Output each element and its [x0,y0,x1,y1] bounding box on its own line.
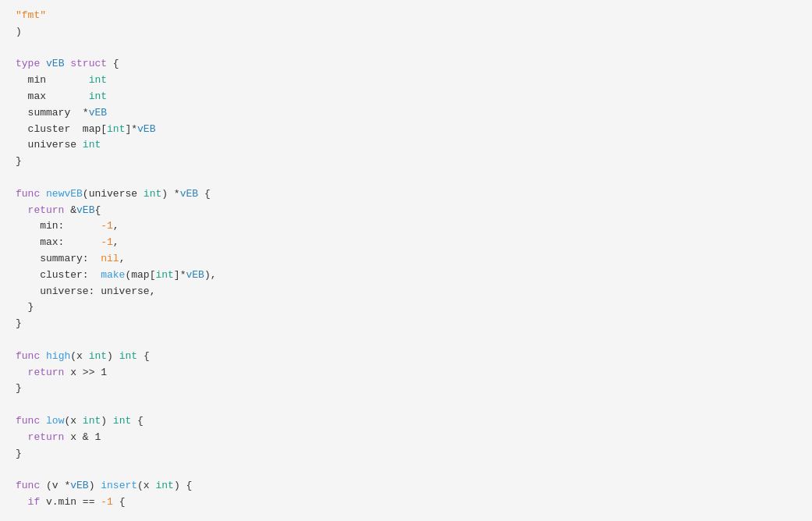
line-blank-4 [16,397,796,413]
line-close-high: } [16,381,796,397]
line-summary-nil: summary: nil, [16,251,796,268]
line-summary-ptr: summary *vEB [16,105,796,122]
line-blank-5 [16,462,796,478]
code-editor: "fmt" ) type vEB struct { min int max in… [0,0,812,521]
line-close-paren: ) [16,24,796,41]
line-return-high: return x >> 1 [16,365,796,381]
line-func-insert: func (v *vEB) insert(x int) { [16,478,796,494]
line-return-low: return x & 1 [16,430,796,446]
line-universe-val: universe: universe, [16,284,796,300]
line-cluster-make: cluster: make(map[int]*vEB), [16,268,796,284]
line-max-neg1: max: -1, [16,235,796,251]
line-max-int: max int [16,89,796,105]
line-close-inner: } [16,299,796,316]
line-cluster-map: cluster map[int]*vEB [16,122,796,138]
line-blank-1 [16,41,796,57]
line-if-vmin: if v.min == -1 { [16,494,796,511]
line-type-veb: type vEB struct { [16,56,796,73]
line-blank-2 [16,170,796,186]
line-return-veb: return &vEB{ [16,203,796,219]
line-close-low: } [16,446,796,463]
line-func-newveb: func newvEB(universe int) *vEB { [16,186,796,203]
line-func-low: func low(x int) int { [16,413,796,430]
line-universe-int: universe int [16,137,796,154]
line-close-struct: } [16,154,796,170]
line-blank-3 [16,332,796,349]
line-min-int: min int [16,73,796,89]
line-min-neg1: min: -1, [16,218,796,235]
line-fmt-import: "fmt" [16,8,796,24]
line-func-high: func high(x int) int { [16,349,796,365]
line-close-newveb: } [16,316,796,332]
